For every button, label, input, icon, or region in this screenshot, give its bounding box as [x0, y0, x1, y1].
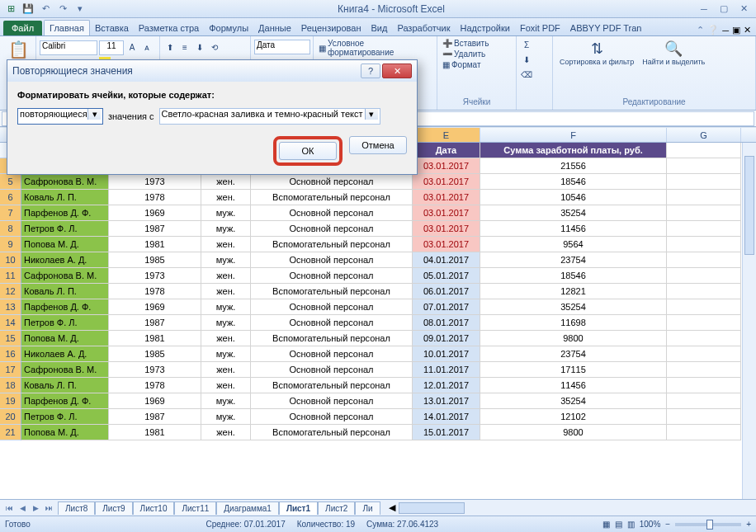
cell[interactable]: 1973 — [109, 362, 201, 378]
cell[interactable]: муж. — [201, 221, 251, 237]
cell[interactable]: Попова М. Д. — [21, 425, 109, 440]
tab-review[interactable]: Рецензирован — [296, 21, 366, 35]
row-header[interactable]: 13 — [0, 299, 21, 315]
tab-addins[interactable]: Надстройки — [456, 21, 515, 35]
view-pagebreak-icon[interactable]: ▥ — [627, 520, 635, 529]
sheet-tab[interactable]: Диаграмма1 — [216, 501, 279, 515]
cell[interactable]: Вспомогательный персонал — [251, 331, 413, 346]
condition-select[interactable]: повторяющиеся▾ — [17, 108, 103, 125]
cell[interactable]: 35254 — [480, 205, 667, 221]
dialog-close-button[interactable]: ✕ — [382, 64, 412, 78]
cell[interactable] — [667, 143, 741, 158]
maximize-icon[interactable]: ▢ — [715, 2, 733, 16]
cell[interactable]: Вспомогательный персонал — [251, 237, 413, 252]
cell[interactable]: 1981 — [109, 425, 201, 440]
row-header[interactable]: 18 — [0, 378, 21, 393]
fill-icon[interactable]: ⬇ — [520, 53, 533, 66]
doc-close-icon[interactable]: ✕ — [744, 25, 751, 35]
cell[interactable]: 03.01.2017 — [413, 190, 480, 205]
cell[interactable]: Николаев А. Д. — [21, 346, 109, 362]
cell[interactable]: 1978 — [109, 284, 201, 299]
cell[interactable]: 1973 — [109, 268, 201, 284]
cell[interactable]: Основной персонал — [251, 409, 413, 425]
cell[interactable]: 9800 — [480, 425, 667, 440]
cancel-button[interactable]: Отмена — [349, 136, 407, 154]
cell[interactable] — [667, 158, 741, 174]
cell[interactable]: 9800 — [480, 331, 667, 346]
row-header[interactable]: 11 — [0, 268, 21, 284]
cell[interactable]: 1981 — [109, 331, 201, 346]
cell[interactable]: жен. — [201, 362, 251, 378]
number-format-select[interactable]: Дата — [254, 40, 310, 54]
cell[interactable]: 23754 — [480, 346, 667, 362]
sheet-tab[interactable]: Лист9 — [95, 501, 132, 515]
cell[interactable]: 04.01.2017 — [413, 252, 480, 268]
cell[interactable]: 1987 — [109, 221, 201, 237]
cell[interactable]: Основной персонал — [251, 362, 413, 378]
cell[interactable]: муж. — [201, 252, 251, 268]
cell[interactable]: 1969 — [109, 299, 201, 315]
cell[interactable]: 07.01.2017 — [413, 299, 480, 315]
cell[interactable]: 11.01.2017 — [413, 362, 480, 378]
font-name-select[interactable]: Calibri — [40, 40, 97, 55]
insert-cells-button[interactable]: ➕Вставить — [441, 38, 490, 49]
tab-home[interactable]: Главная — [44, 20, 90, 35]
cell[interactable]: 13.01.2017 — [413, 393, 480, 409]
cell[interactable]: 11698 — [480, 315, 667, 331]
minimize-icon[interactable]: ─ — [695, 2, 713, 16]
row-header[interactable]: 16 — [0, 346, 21, 362]
sheet-tab[interactable]: Лист8 — [58, 501, 95, 515]
horizontal-scrollbar[interactable]: ◀ — [389, 501, 756, 515]
tab-abbyy[interactable]: ABBYY PDF Tran — [565, 21, 647, 35]
column-header-F[interactable]: F — [480, 128, 667, 142]
cell[interactable]: Парфенов Д. Ф. — [21, 299, 109, 315]
sheet-tab[interactable]: Лист2 — [318, 501, 355, 515]
cell[interactable]: 18546 — [480, 174, 667, 190]
row-header[interactable]: 17 — [0, 362, 21, 378]
cell[interactable]: Вспомогательный персонал — [251, 190, 413, 205]
row-header[interactable]: 20 — [0, 409, 21, 425]
sheet-next-icon[interactable]: ▶ — [30, 504, 41, 512]
cell[interactable]: 11456 — [480, 221, 667, 237]
ok-button[interactable]: ОК — [279, 142, 337, 160]
cell[interactable]: Парфенов Д. Ф. — [21, 393, 109, 409]
column-header-G[interactable]: G — [667, 128, 741, 142]
cell[interactable] — [667, 252, 741, 268]
zoom-slider[interactable] — [675, 523, 741, 526]
cell[interactable] — [667, 362, 741, 378]
cell[interactable]: 10.01.2017 — [413, 346, 480, 362]
cell[interactable]: жен. — [201, 268, 251, 284]
cell[interactable]: 1978 — [109, 190, 201, 205]
cell[interactable]: 12821 — [480, 284, 667, 299]
sheet-first-icon[interactable]: ⏮ — [3, 504, 15, 512]
conditional-format-button[interactable]: ▦Условное форматирование — [317, 38, 433, 58]
cell[interactable]: Николаев А. Д. — [21, 252, 109, 268]
cell[interactable]: 08.01.2017 — [413, 315, 480, 331]
cell[interactable]: 03.01.2017 — [413, 237, 480, 252]
row-header[interactable]: 15 — [0, 331, 21, 346]
cell[interactable]: 1987 — [109, 315, 201, 331]
view-layout-icon[interactable]: ▤ — [615, 520, 622, 529]
cell[interactable]: Петров Ф. Л. — [21, 315, 109, 331]
tab-formulas[interactable]: Формулы — [204, 21, 253, 35]
cell[interactable]: 05.01.2017 — [413, 268, 480, 284]
cell[interactable]: 1985 — [109, 252, 201, 268]
cell[interactable]: 1978 — [109, 378, 201, 393]
doc-minimize-icon[interactable]: ─ — [722, 26, 729, 35]
cell[interactable] — [667, 284, 741, 299]
cell[interactable]: 23754 — [480, 252, 667, 268]
clear-icon[interactable]: ⌫ — [520, 68, 533, 81]
cell[interactable]: жен. — [201, 237, 251, 252]
save-icon[interactable]: 💾 — [21, 2, 35, 16]
cell[interactable] — [667, 425, 741, 440]
cell[interactable]: 35254 — [480, 393, 667, 409]
cell[interactable]: 35254 — [480, 299, 667, 315]
cell[interactable]: муж. — [201, 205, 251, 221]
row-header[interactable]: 9 — [0, 237, 21, 252]
orientation-icon[interactable]: ⟲ — [208, 40, 221, 54]
cell[interactable]: 11456 — [480, 378, 667, 393]
cell[interactable]: 06.01.2017 — [413, 284, 480, 299]
cell[interactable]: 1969 — [109, 205, 201, 221]
format-select[interactable]: Светло-красная заливка и темно-красный т… — [159, 108, 380, 125]
cell[interactable]: Петров Ф. Л. — [21, 409, 109, 425]
